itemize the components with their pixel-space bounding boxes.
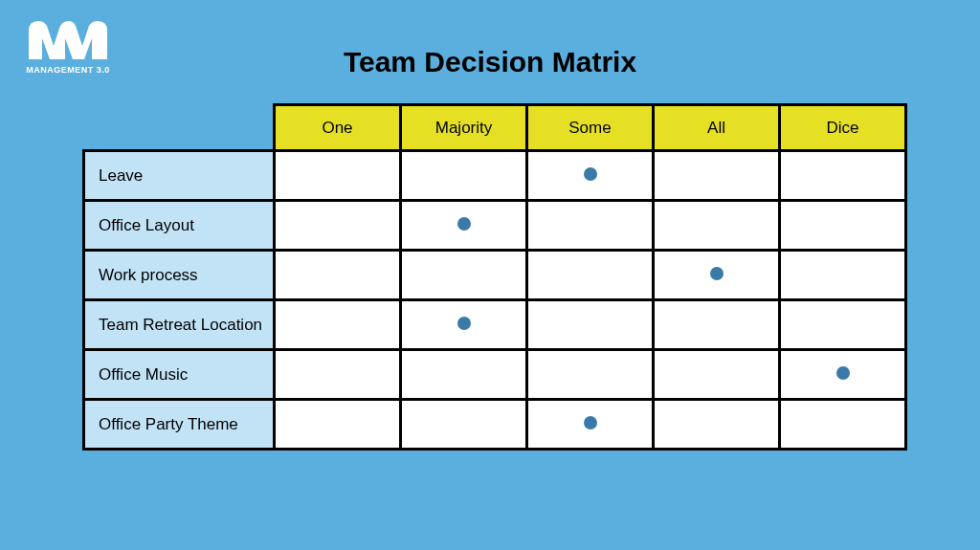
matrix-cell <box>527 201 654 251</box>
matrix-cell <box>654 300 780 350</box>
selection-dot-icon <box>584 416 597 429</box>
matrix-cell <box>780 201 906 251</box>
col-header-majority: Majority <box>401 105 527 151</box>
matrix-cell <box>401 251 527 300</box>
table-row: Work process <box>84 251 906 300</box>
selection-dot-icon <box>584 167 597 181</box>
matrix-cell <box>654 400 780 450</box>
col-header-all: All <box>654 105 780 151</box>
matrix-cell <box>780 151 906 201</box>
matrix-cell <box>654 251 780 300</box>
col-header-one: One <box>275 105 401 151</box>
matrix-cell <box>275 400 401 450</box>
matrix-cell <box>401 300 527 350</box>
table-row: Office Party Theme <box>84 400 906 450</box>
matrix-cell <box>275 151 401 201</box>
row-header: Leave <box>84 151 275 201</box>
selection-dot-icon <box>457 217 471 231</box>
row-header: Office Music <box>84 350 275 400</box>
matrix-cell <box>275 300 401 350</box>
matrix-cell <box>401 201 527 251</box>
matrix-cell <box>275 251 401 300</box>
row-header: Team Retreat Location <box>84 300 275 350</box>
matrix-cell <box>401 350 527 400</box>
matrix-cell <box>527 400 654 450</box>
selection-dot-icon <box>457 317 471 330</box>
matrix-cell <box>780 300 906 350</box>
matrix-cell <box>527 251 654 300</box>
matrix-cell <box>401 400 527 450</box>
matrix-cell <box>780 400 906 450</box>
table-row: Team Retreat Location <box>84 300 906 350</box>
matrix-cell <box>780 251 906 300</box>
matrix-cell <box>527 350 654 400</box>
row-header: Work process <box>84 251 275 300</box>
col-header-some: Some <box>527 105 654 151</box>
matrix-cell <box>654 151 780 201</box>
blank-corner <box>84 105 275 151</box>
matrix-cell <box>401 151 527 201</box>
decision-matrix-table: One Majority Some All Dice LeaveOffice L… <box>82 103 907 451</box>
matrix-cell <box>527 300 654 350</box>
col-header-dice: Dice <box>780 105 906 151</box>
row-header: Office Layout <box>84 201 275 251</box>
matrix-cell <box>275 350 401 400</box>
table-row: Office Layout <box>84 201 906 251</box>
matrix-cell <box>275 201 401 251</box>
matrix-cell <box>780 350 906 400</box>
matrix-cell <box>654 350 780 400</box>
matrix-cell <box>654 201 780 251</box>
row-header: Office Party Theme <box>84 400 275 450</box>
selection-dot-icon <box>710 267 724 280</box>
page-title: Team Decision Matrix <box>0 46 980 78</box>
selection-dot-icon <box>836 366 850 380</box>
table-row: Leave <box>84 151 906 201</box>
matrix-cell <box>527 151 654 201</box>
table-row: Office Music <box>84 350 906 400</box>
